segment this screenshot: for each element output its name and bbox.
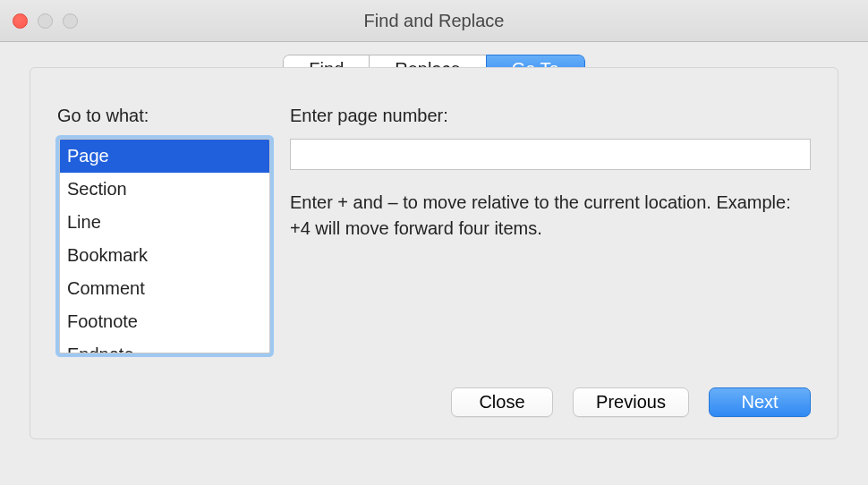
enter-value-label: Enter page number: [290,106,811,126]
dialog-content: Find Replace Go To Go to what: Page Sect… [0,42,868,485]
goto-what-label: Go to what: [57,106,272,126]
list-item[interactable]: Footnote [60,305,269,338]
next-button[interactable]: Next [709,387,811,417]
previous-button[interactable]: Previous [573,387,689,417]
panel-columns: Go to what: Page Section Line Bookmark C… [57,106,811,353]
window-title: Find and Replace [364,11,505,31]
list-item[interactable]: Bookmark [60,239,269,272]
page-number-input[interactable] [290,139,811,170]
zoom-window-icon [63,13,78,29]
list-item[interactable]: Endnote [60,338,269,353]
list-item[interactable]: Comment [60,272,269,305]
close-button[interactable]: Close [451,387,553,417]
minimize-window-icon [38,13,53,29]
list-item[interactable]: Page [60,140,269,173]
goto-what-column: Go to what: Page Section Line Bookmark C… [57,106,272,353]
goto-what-listbox[interactable]: Page Section Line Bookmark Comment Footn… [59,139,270,353]
close-window-icon[interactable] [13,13,28,29]
hint-text: Enter + and – to move relative to the cu… [290,190,811,242]
enter-value-column: Enter page number: Enter + and – to move… [290,106,811,353]
dialog-window: Find and Replace Find Replace Go To Go t… [0,0,868,485]
list-item[interactable]: Line [60,206,269,239]
titlebar: Find and Replace [0,0,868,42]
list-item[interactable]: Section [60,173,269,206]
goto-panel: Go to what: Page Section Line Bookmark C… [30,67,838,439]
button-row: Close Previous Next [451,387,811,417]
traffic-lights [0,13,78,29]
